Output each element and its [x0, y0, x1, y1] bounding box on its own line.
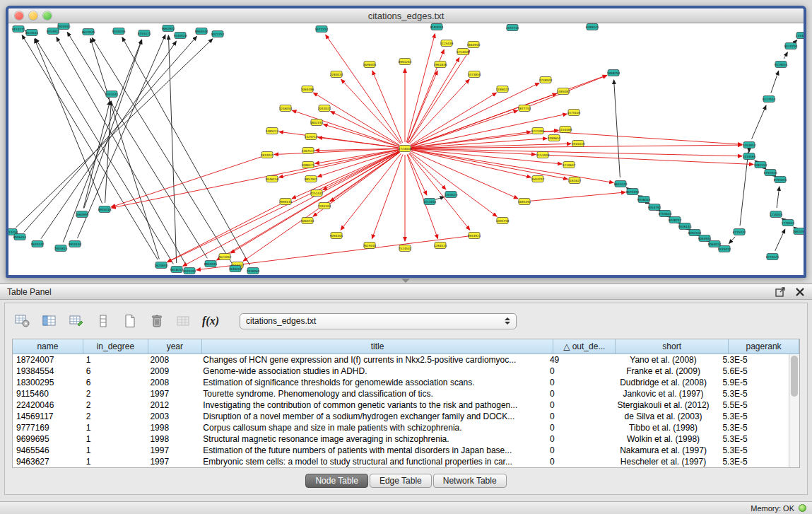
close-window-button[interactable]	[15, 11, 23, 20]
graph-node[interactable]: 9245012	[718, 246, 731, 252]
graph-node[interactable]: 1833041	[261, 152, 274, 158]
graph-node[interactable]: 9054944	[47, 28, 60, 35]
graph-node[interactable]: 7623452	[218, 254, 232, 260]
graph-node[interactable]: 1313455	[423, 199, 437, 205]
graph-node[interactable]: 1154469	[559, 127, 572, 133]
graph-node[interactable]: 8183034	[430, 24, 444, 30]
graph-node[interactable]: 2660995	[76, 211, 89, 218]
graph-node[interactable]: 9546158	[266, 176, 279, 182]
graph-node[interactable]: 6775432	[733, 229, 746, 235]
graph-node[interactable]: 1064486	[301, 86, 314, 93]
new-document-button[interactable]	[119, 310, 141, 332]
table-row[interactable]: 1872400712008Changes of HCN gene express…	[13, 354, 789, 366]
network-canvas[interactable]: 1724038115340816047471685491149575889549…	[8, 23, 804, 274]
graph-node[interactable]: 9662902	[162, 25, 175, 32]
scrollbar-thumb[interactable]	[791, 356, 798, 397]
graph-node[interactable]: 1770541	[782, 220, 795, 226]
graph-node[interactable]: 1210647	[563, 162, 576, 168]
row-height-button[interactable]	[93, 310, 114, 332]
edit-table-button[interactable]	[66, 310, 87, 332]
tab-node-table[interactable]: Node Table	[305, 474, 368, 488]
graph-node[interactable]: 9618257	[170, 267, 184, 273]
graph-node[interactable]: 8622045	[82, 29, 95, 35]
graph-node[interactable]: 9519034	[775, 62, 788, 68]
graph-node[interactable]: 2620650	[155, 262, 168, 269]
table-row[interactable]: 1938455462009Genome-wide association stu…	[13, 366, 789, 377]
graph-node[interactable]: 9094301	[330, 233, 343, 239]
graph-node[interactable]: 1453953	[743, 142, 756, 148]
graph-node[interactable]: 8289441	[586, 24, 599, 30]
minimize-window-button[interactable]	[29, 11, 37, 20]
tab-edge-table[interactable]: Edge Table	[370, 474, 432, 488]
table-row[interactable]: 2242004622012Investigating the contribut…	[13, 399, 789, 411]
function-builder-button[interactable]: f(x)	[200, 310, 221, 332]
graph-node[interactable]: 7905930	[57, 23, 71, 30]
graph-node[interactable]: 1485083	[557, 88, 570, 95]
graph-node[interactable]: 1073854	[468, 71, 481, 78]
graph-node[interactable]: 7524542	[399, 245, 412, 252]
table-options-button[interactable]	[12, 310, 33, 332]
graph-node[interactable]: 1089652	[548, 135, 561, 141]
graph-node[interactable]: 8651029	[614, 181, 628, 187]
panel-divider-handle[interactable]	[401, 279, 410, 283]
graph-node[interactable]: 1161627	[568, 177, 582, 184]
graph-node[interactable]: 9505191	[183, 268, 196, 274]
graph-node[interactable]: 9064954	[698, 235, 712, 242]
graph-node[interactable]: 1221395	[531, 128, 545, 134]
graph-node[interactable]: 1304520	[445, 192, 458, 198]
graph-node[interactable]: 1724038	[399, 146, 412, 152]
graph-node[interactable]: 6774521	[766, 254, 779, 260]
graph-node[interactable]: 1246054	[279, 105, 293, 112]
column-header-short[interactable]: short	[616, 339, 729, 354]
graph-node[interactable]: 1154808	[796, 33, 804, 39]
graph-node[interactable]: 8902041	[204, 261, 218, 267]
graph-node[interactable]: 1082153	[754, 162, 767, 168]
graph-node[interactable]: 7345104	[318, 203, 331, 209]
graph-node[interactable]: 8906451	[13, 234, 27, 240]
import-table-button[interactable]	[173, 310, 194, 332]
trash-button[interactable]	[146, 310, 167, 332]
graph-node[interactable]: 1664950	[467, 42, 481, 48]
graph-node[interactable]: 8755471	[138, 30, 151, 37]
table-row[interactable]: 1830029562008Estimation of significance …	[13, 377, 789, 388]
column-header-year[interactable]: year	[148, 339, 202, 354]
graph-node[interactable]: 1434565	[743, 153, 756, 160]
graph-node[interactable]: 9046055	[637, 197, 651, 203]
graph-node[interactable]: 9021752	[211, 31, 225, 37]
graph-node[interactable]: 1968294	[607, 70, 620, 76]
graph-node[interactable]: 1802153	[310, 119, 324, 126]
graph-node[interactable]: 9510704	[784, 43, 798, 49]
table-row[interactable]: 969969511998Structural magnetic resonanc…	[13, 433, 789, 445]
graph-node[interactable]: 1877754	[518, 105, 531, 112]
graph-node[interactable]: 1425712	[305, 134, 318, 140]
graph-node[interactable]: 7252442	[310, 190, 324, 197]
graph-node[interactable]: 1186027	[496, 86, 510, 93]
graph-node[interactable]: 9153271	[12, 26, 25, 33]
graph-node[interactable]: 9054791	[648, 204, 661, 211]
tab-network-table[interactable]: Network Table	[433, 474, 507, 488]
graph-node[interactable]: 1284515	[434, 243, 447, 249]
close-panel-icon[interactable]	[795, 287, 805, 297]
column-header-pagerank[interactable]: pagerank	[729, 339, 799, 354]
table-row[interactable]: 1456911722003Disruption of a novel membe…	[13, 411, 789, 422]
graph-node[interactable]: 9857941	[305, 176, 318, 182]
graph-node[interactable]: 2280034	[330, 71, 343, 78]
table-row[interactable]: 946554611997Estimation of the future num…	[13, 445, 789, 456]
graph-node[interactable]: 8955104	[69, 241, 82, 247]
graph-node[interactable]: 7636204	[229, 266, 242, 272]
graph-node[interactable]: 8905018	[98, 206, 112, 213]
table-row[interactable]: 911546021997Tourette syndrome. Phenomeno…	[13, 388, 789, 399]
graph-node[interactable]: 2372711	[506, 25, 519, 31]
graph-node[interactable]: 1915449	[572, 141, 585, 147]
graph-node[interactable]: 1685491	[518, 199, 531, 205]
graph-node[interactable]: 9046140	[678, 223, 692, 230]
graph-node[interactable]: 7905815	[54, 245, 68, 252]
column-header-name[interactable]: name	[13, 339, 83, 354]
graph-node[interactable]: 8960544	[195, 28, 208, 35]
graph-node[interactable]: 9048752	[669, 217, 682, 223]
graph-node[interactable]: 2043021	[318, 105, 331, 112]
graph-node[interactable]: 1485212	[266, 128, 279, 134]
graph-node[interactable]: 1575105	[567, 110, 581, 116]
table-row[interactable]: 977716911998Corpus callosum shape and si…	[13, 422, 789, 433]
graph-node[interactable]: 9505132	[31, 241, 45, 247]
